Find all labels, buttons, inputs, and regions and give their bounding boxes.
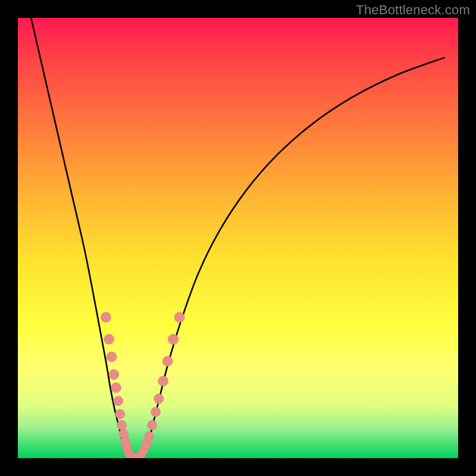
data-marker <box>145 431 154 441</box>
data-marker <box>111 383 121 393</box>
data-marker <box>162 356 173 367</box>
chart-plot-area <box>18 18 458 458</box>
watermark-text: TheBottleneck.com <box>356 2 470 18</box>
curve-line <box>31 18 445 458</box>
data-marker <box>158 376 168 386</box>
data-marker <box>114 396 123 406</box>
chart-frame: TheBottleneck.com <box>0 0 476 476</box>
data-marker <box>104 334 114 345</box>
data-marker <box>174 312 184 322</box>
data-marker <box>148 420 157 430</box>
data-marker <box>168 334 178 344</box>
data-marker <box>151 407 161 416</box>
data-marker <box>109 369 119 380</box>
data-marker <box>107 352 117 362</box>
data-marker <box>154 394 164 404</box>
data-marker <box>101 312 111 322</box>
data-marker <box>117 420 127 430</box>
chart-svg <box>18 18 458 458</box>
data-marker <box>115 409 125 419</box>
